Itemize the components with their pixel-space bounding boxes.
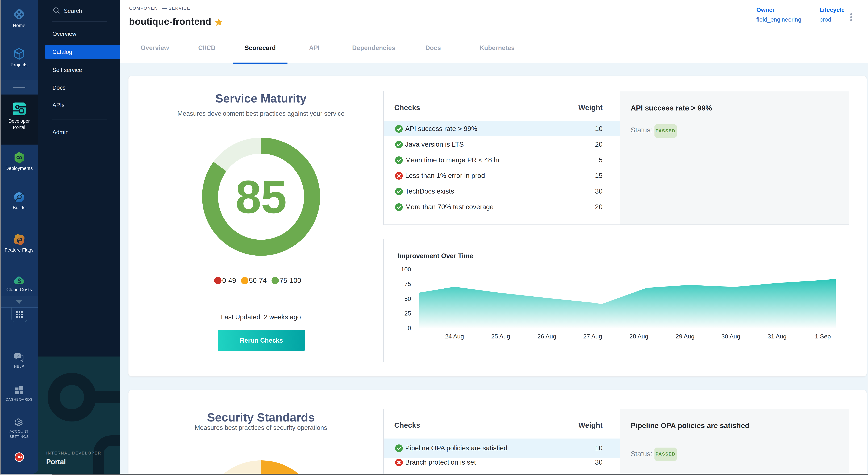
svg-text:$: $ [18, 277, 21, 285]
svg-text:?: ? [16, 354, 19, 358]
